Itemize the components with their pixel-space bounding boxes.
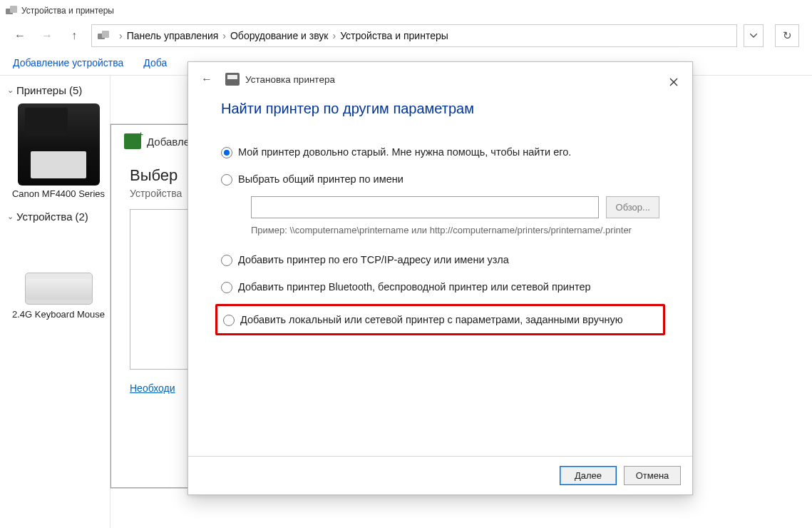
option-label: Добавить принтер Bluetooth, беспроводной… [238,280,591,295]
category-count: (2) [75,210,88,223]
window-title: Устройства и принтеры [21,6,114,16]
wizard-body: Найти принтер по другим параметрам Мой п… [188,96,692,335]
chevron-right-icon: › [119,30,123,41]
forward-button[interactable]: → [37,26,57,46]
chevron-right-icon: › [332,30,336,41]
category-side: ⌄ Принтеры (5) Canon MF4400 Series ⌄ Уст… [0,76,111,528]
browse-button[interactable]: Обзор... [606,196,659,218]
radio-icon[interactable] [221,147,232,158]
radio-icon[interactable] [223,315,235,326]
chevron-right-icon: › [222,30,226,41]
option-label: Выбрать общий принтер по имени [238,173,404,187]
devices-category[interactable]: ⌄ Устройства (2) [7,210,110,223]
category-label: Устройства [16,210,72,223]
category-label: Принтеры [16,84,66,96]
wizard-heading: Найти принтер по другим параметрам [221,101,659,117]
devices-icon [6,6,17,16]
svg-rect-3 [102,31,109,38]
option-old-printer[interactable]: Мой принтер довольно старый. Мне нужна п… [221,146,659,160]
option-label: Добавить принтер по его TCP/IP-адресу ил… [238,253,509,268]
nav-bar: ← → ↑ › Панель управления › Оборудование… [0,21,812,50]
option-manual[interactable]: Добавить локальный или сетевой принтер с… [223,313,657,328]
add-device-command[interactable]: Добавление устройства [13,57,123,68]
cancel-button[interactable]: Отмена [624,466,681,485]
device-item-keyboard[interactable]: 2.4G Keyboard Mouse [7,273,110,320]
radio-icon[interactable] [221,282,232,293]
category-count: (5) [69,84,82,96]
wizard-titlebar: ← Установка принтера [188,62,692,96]
option-label: Мой принтер довольно старый. Мне нужна п… [238,146,571,160]
breadcrumb[interactable]: Оборудование и звук [230,30,329,41]
up-button[interactable]: ↑ [64,26,84,46]
printer-wizard-dialog: ← Установка принтера Найти принтер по др… [187,61,693,495]
back-button[interactable]: ← [10,26,30,46]
option-bluetooth[interactable]: Добавить принтер Bluetooth, беспроводной… [221,280,659,295]
svg-rect-1 [10,6,17,13]
radio-icon[interactable] [221,174,232,186]
device-label: Canon MF4400 Series [7,188,110,199]
wizard-footer: Далее Отмена [188,456,692,494]
printer-name-input[interactable] [251,196,599,218]
option-tcp-ip[interactable]: Добавить принтер по его TCP/IP-адресу ил… [221,253,659,268]
refresh-button[interactable]: ↻ [775,24,799,47]
printers-category[interactable]: ⌄ Принтеры (5) [7,84,110,96]
by-name-fields: Обзор... Пример: \\computername\printern… [251,196,659,238]
chevron-down-icon: ⌄ [7,86,14,95]
chevron-down-icon: ⌄ [7,212,14,221]
device-label: 2.4G Keyboard Mouse [7,309,110,320]
printer-icon [225,73,240,86]
wizard-title: Установка принтера [245,74,335,85]
help-link[interactable]: Необходи [111,370,194,394]
printer-icon [18,103,100,186]
breadcrumb[interactable]: Панель управления [127,30,219,41]
radio-icon[interactable] [221,255,232,266]
address-bar[interactable]: › Панель управления › Оборудование и зву… [91,24,737,47]
devices-icon [98,31,109,41]
back-button[interactable]: ← [198,71,215,88]
option-label: Добавить локальный или сетевой принтер с… [240,313,623,328]
option-by-name[interactable]: Выбрать общий принтер по имени [221,173,659,187]
next-button[interactable]: Далее [560,466,617,485]
add-printer-command[interactable]: Доба [143,57,167,68]
device-item-printer[interactable]: Canon MF4400 Series [7,103,110,199]
breadcrumb[interactable]: Устройства и принтеры [340,30,448,41]
keyboard-icon [25,273,93,305]
highlighted-option: Добавить локальный или сетевой принтер с… [215,304,665,335]
example-text: Пример: \\computername\printername или h… [251,224,659,238]
title-bar: Устройства и принтеры [0,0,812,21]
add-device-icon [124,133,141,149]
close-button[interactable] [664,72,684,92]
address-dropdown[interactable] [744,24,764,47]
